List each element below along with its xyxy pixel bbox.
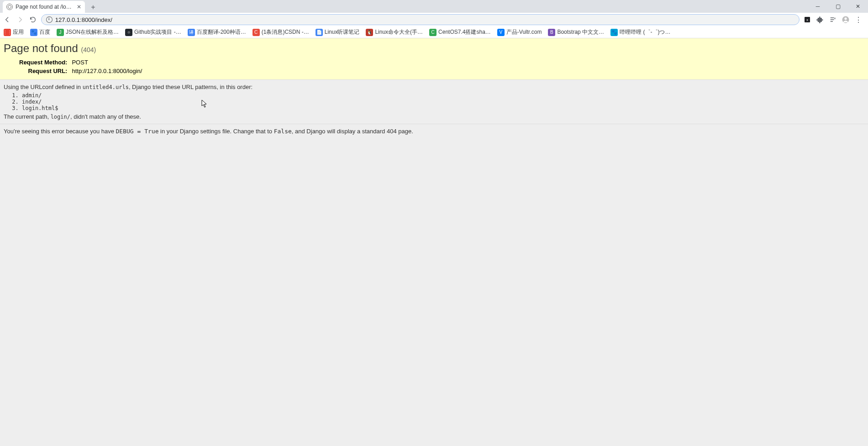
reading-list-icon[interactable]	[829, 16, 837, 24]
browser-tab[interactable]: Page not found at /login/ ✕	[3, 1, 85, 13]
error-body: Using the URLconf defined in untitled4.u…	[0, 80, 868, 124]
tab-strip: Page not found at /login/ ✕ + ─ ▢ ✕	[0, 0, 868, 13]
current-path: login/	[51, 114, 70, 120]
bookmark-label: JSON在线解析及格…	[66, 28, 119, 36]
svg-text:x: x	[806, 18, 808, 22]
bookmark-item[interactable]: C(1条消息)CSDN -…	[253, 28, 309, 36]
bookmark-favicon: B	[548, 29, 555, 36]
url-pattern-item: index/	[22, 99, 864, 105]
new-tab-button[interactable]: +	[88, 2, 99, 13]
bookmark-favicon: J	[57, 29, 64, 36]
bookmark-favicon: 🐧	[366, 29, 373, 36]
profile-icon[interactable]	[842, 16, 850, 24]
bookmark-favicon: ⋮⋮	[4, 29, 11, 36]
bookmark-item[interactable]: ⋮⋮应用	[4, 28, 24, 36]
debug-true-code: DEBUG = True	[116, 128, 159, 135]
bookmark-label: CentOS7.4搭建sha…	[438, 28, 491, 36]
bookmark-item[interactable]: 译百度翻译-200种语…	[188, 28, 246, 36]
forward-button[interactable]	[16, 15, 25, 24]
bookmark-label: 应用	[13, 28, 24, 36]
toolbar-right: x ⋮	[803, 16, 865, 24]
bookmark-favicon: 📄	[316, 29, 323, 36]
close-window-button[interactable]: ✕	[848, 0, 868, 13]
error-header: Page not found (404) Request Method: POS…	[0, 38, 868, 80]
bookmark-item[interactable]: V产品-Vultr.com	[497, 28, 542, 36]
bookmark-item[interactable]: BBootstrap 中文文…	[548, 28, 604, 36]
svg-point-3	[844, 17, 847, 20]
request-url-value: http://127.0.0.1:8000/login/	[70, 67, 144, 75]
bookmark-label: 哔哩哔哩 (゜-゜)つ…	[620, 28, 670, 36]
bookmark-favicon: V	[497, 29, 505, 36]
bookmark-favicon: 译	[188, 29, 195, 36]
urlconf-intro: Using the URLconf defined in untitled4.u…	[4, 84, 864, 90]
minimize-button[interactable]: ─	[808, 0, 828, 13]
maximize-button[interactable]: ▢	[828, 0, 848, 13]
url-input[interactable]	[55, 16, 794, 23]
bookmark-favicon: C	[253, 29, 260, 36]
bookmark-item[interactable]: 🐧Linux命令大全(手…	[366, 28, 423, 36]
bookmark-favicon: ○	[125, 29, 132, 36]
bookmark-label: 产品-Vultr.com	[506, 28, 542, 36]
debug-false-code: False	[274, 128, 292, 135]
request-url-label: Request URL:	[5, 67, 69, 75]
extension-icon[interactable]: x	[803, 16, 811, 24]
nomatch-line: The current path, login/, didn't match a…	[4, 113, 864, 120]
reload-button[interactable]	[28, 15, 37, 24]
window-controls: ─ ▢ ✕	[808, 0, 868, 13]
page-title: Page not found (404)	[4, 42, 864, 55]
bookmarks-bar: ⋮⋮应用🐾百度JJSON在线解析及格…○Github实战项目 -…译百度翻译-2…	[0, 26, 868, 38]
request-method-value: POST	[70, 58, 144, 66]
bookmark-label: Linux听课笔记	[325, 28, 360, 36]
request-meta-table: Request Method: POST Request URL: http:/…	[4, 58, 145, 76]
globe-icon	[6, 4, 13, 10]
bookmark-item[interactable]: 🐾百度	[30, 28, 50, 36]
bookmark-item[interactable]: 📄Linux听课笔记	[316, 28, 360, 36]
bookmark-item[interactable]: CCentOS7.4搭建sha…	[429, 28, 491, 36]
bookmark-favicon: C	[429, 29, 437, 36]
bookmark-label: 百度翻译-200种语…	[197, 28, 246, 36]
tab-title: Page not found at /login/	[16, 4, 74, 10]
address-bar[interactable]	[41, 14, 800, 25]
error-footer: You're seeing this error because you hav…	[0, 124, 868, 138]
bookmark-item[interactable]: JJSON在线解析及格…	[57, 28, 119, 36]
close-icon[interactable]: ✕	[77, 4, 81, 10]
bookmark-label: Github实战项目 -…	[134, 28, 181, 36]
debug-note: You're seeing this error because you hav…	[4, 128, 864, 135]
browser-chrome: Page not found at /login/ ✕ + ─ ▢ ✕ x	[0, 0, 868, 38]
nav-toolbar: x ⋮	[0, 13, 868, 26]
url-pattern-item: login.html$	[22, 105, 864, 111]
back-button[interactable]	[3, 15, 12, 24]
request-method-label: Request Method:	[5, 58, 69, 66]
bookmark-favicon: 🐾	[610, 29, 618, 36]
bookmark-item[interactable]: ○Github实战项目 -…	[125, 28, 181, 36]
extensions-puzzle-icon[interactable]	[816, 16, 824, 24]
bookmark-favicon: 🐾	[30, 29, 37, 36]
bookmark-label: Linux命令大全(手…	[375, 28, 423, 36]
url-patterns-list: admin/index/login.html$	[22, 92, 864, 111]
bookmark-label: Bootstrap 中文文…	[557, 28, 604, 36]
bookmark-item[interactable]: 🐾哔哩哔哩 (゜-゜)つ…	[610, 28, 670, 36]
status-code: (404)	[81, 46, 96, 53]
url-pattern-item: admin/	[22, 92, 864, 99]
bookmark-label: (1条消息)CSDN -…	[262, 28, 309, 36]
urlconf-module: untitled4.urls	[83, 84, 129, 90]
menu-icon[interactable]: ⋮	[854, 16, 863, 24]
error-title-text: Page not found	[4, 42, 78, 54]
bookmark-label: 百度	[39, 28, 50, 36]
site-info-icon[interactable]	[46, 16, 53, 23]
